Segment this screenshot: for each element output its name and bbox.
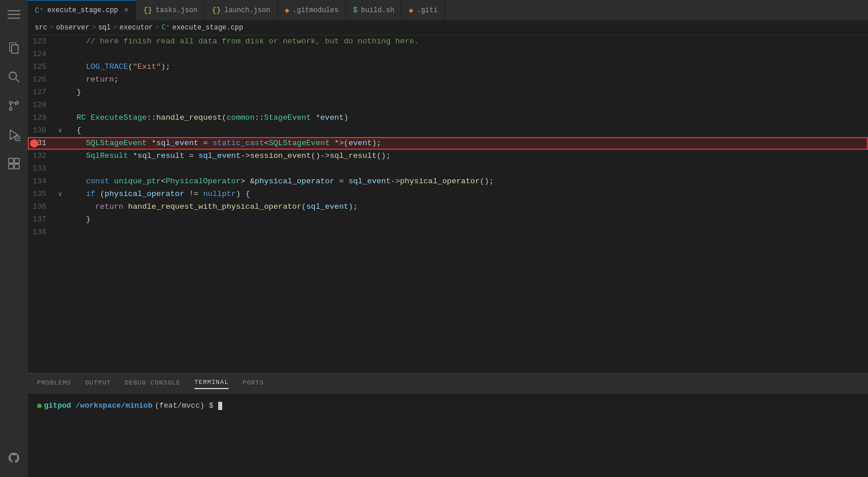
code-content-124 [65, 48, 868, 61]
line-num-135: 135 [28, 188, 56, 201]
code-line-131: 131 SQLStageEvent *sql_event = static_ca… [28, 137, 868, 150]
code-line-137: 137 } [28, 213, 868, 226]
code-content-136: return handle_request_with_physical_oper… [65, 201, 868, 213]
tab-launch-json[interactable]: {} launch.json [205, 0, 278, 20]
tab-execute-stage[interactable]: C⁺ execute_stage.cpp × [28, 0, 136, 20]
code-content-127: } [65, 86, 868, 99]
breadcrumb-file-icon: C⁺ [161, 23, 170, 32]
line-num-128: 128 [28, 99, 56, 112]
tab-build-sh[interactable]: $ build.sh [346, 0, 402, 20]
code-line-124: 124 [28, 48, 868, 61]
code-content-131: SQLStageEvent *sql_event = static_cast<S… [65, 137, 868, 150]
collapse-135[interactable]: ∨ [56, 188, 65, 201]
code-editor[interactable]: 123 // here finish read all data from di… [28, 35, 868, 373]
tab-gitmodules[interactable]: ◆ .gitmodules [278, 0, 346, 20]
source-control-icon[interactable] [4, 96, 24, 116]
line-num-134: 134 [28, 175, 56, 188]
tab-git2[interactable]: ◆ .giti [402, 0, 445, 20]
code-content-125: LOG_TRACE("Exit"); [65, 61, 868, 73]
code-line-129: 129 RC ExecuteStage::handle_request(comm… [28, 112, 868, 124]
panel-tab-problems[interactable]: PROBLEMS [37, 379, 71, 389]
tab-label: build.sh [361, 6, 395, 14]
code-lines: 123 // here finish read all data from di… [28, 35, 868, 239]
hamburger-icon[interactable] [4, 5, 24, 24]
svg-rect-15 [9, 158, 13, 163]
sh-file-icon: $ [353, 6, 358, 14]
svg-rect-17 [9, 164, 13, 169]
panel-tab-output[interactable]: OUTPUT [85, 379, 111, 389]
code-line-132: 132 SqlResult *sql_result = sql_event->s… [28, 150, 868, 162]
activity-bar [0, 0, 28, 477]
code-line-123: 123 // here finish read all data from di… [28, 35, 868, 48]
svg-line-7 [16, 79, 19, 83]
line-num-130: 130 [28, 124, 56, 137]
line-num-127: 127 [28, 86, 56, 99]
line-num-137: 137 [28, 213, 56, 226]
line-num-136: 136 [28, 201, 56, 213]
terminal-user: gitpod [44, 400, 71, 412]
extensions-icon[interactable] [4, 154, 24, 173]
main-area: C⁺ execute_stage.cpp × {} tasks.json {} … [28, 0, 868, 477]
svg-rect-1 [8, 14, 20, 15]
tab-tasks-json[interactable]: {} tasks.json [136, 0, 205, 20]
panel-tab-ports[interactable]: PORTS [242, 379, 264, 389]
breadcrumb-sql[interactable]: sql [98, 24, 111, 32]
terminal-branch: (feat/mvcc) $ [155, 400, 213, 412]
code-content-138 [65, 226, 868, 239]
github-icon[interactable] [4, 448, 24, 468]
line-num-123: 123 [28, 35, 56, 48]
panel-tab-terminal[interactable]: TERMINAL [194, 379, 229, 389]
code-line-130: 130 ∨ { [28, 124, 868, 137]
code-content-130: { [65, 124, 868, 137]
line-num-125: 125 [28, 61, 56, 73]
json-file-icon: {} [143, 6, 152, 14]
breadcrumb-filename[interactable]: execute_stage.cpp [172, 24, 243, 32]
svg-point-8 [9, 101, 12, 104]
code-content-128 [65, 99, 868, 112]
tab-bar: C⁺ execute_stage.cpp × {} tasks.json {} … [28, 0, 868, 20]
breadcrumb-observer[interactable]: observer [56, 24, 90, 32]
svg-rect-16 [14, 158, 19, 163]
breadcrumb-sep4: > [155, 24, 159, 32]
code-content-137: } [65, 213, 868, 226]
tab-close-button[interactable]: × [124, 6, 128, 14]
code-content-135: if (physical_operator != nullptr) { [65, 188, 868, 201]
files-icon[interactable] [4, 38, 24, 58]
code-line-125: 125 LOG_TRACE("Exit"); [28, 61, 868, 73]
breadcrumb-sep3: > [113, 24, 117, 32]
code-line-135: 135 ∨ if (physical_operator != nullptr) … [28, 188, 868, 201]
code-line-133: 133 [28, 162, 868, 175]
code-content-133 [65, 162, 868, 175]
terminal-path: /workspace/miniob [76, 400, 153, 412]
cpp-file-icon: C⁺ [35, 6, 44, 15]
svg-rect-2 [8, 18, 20, 19]
tab-label: launch.json [225, 6, 270, 14]
run-debug-icon[interactable] [4, 125, 24, 145]
line-num-138: 138 [28, 226, 56, 239]
code-content-134: const unique_ptr<PhysicalOperator> &phys… [65, 175, 868, 188]
code-line-138: 138 [28, 226, 868, 239]
terminal-status-dot [37, 404, 42, 408]
code-line-128: 128 [28, 99, 868, 112]
code-line-134: 134 const unique_ptr<PhysicalOperator> &… [28, 175, 868, 188]
terminal-line: gitpod /workspace/miniob (feat/mvcc) $ [37, 400, 859, 412]
line-num-129: 129 [28, 112, 56, 124]
line-num-124: 124 [28, 48, 56, 61]
json-file-icon2: {} [212, 6, 221, 14]
svg-rect-18 [14, 164, 19, 169]
code-content-132: SqlResult *sql_result = sql_event->sessi… [65, 150, 868, 162]
search-icon[interactable] [4, 67, 24, 87]
tab-label: execute_stage.cpp [47, 6, 118, 14]
code-line-136: 136 return handle_request_with_physical_… [28, 201, 868, 213]
tab-label: .giti [417, 6, 437, 14]
breakpoint-indicator[interactable] [30, 139, 38, 147]
line-num-132: 132 [28, 150, 56, 162]
code-content-123: // here finish read all data from disk o… [65, 35, 868, 48]
breadcrumb-executor[interactable]: executor [119, 24, 153, 32]
line-num-126: 126 [28, 73, 56, 86]
breadcrumb-src[interactable]: src [35, 24, 47, 32]
git-file-icon: ◆ [285, 6, 289, 15]
panel-tab-debug-console[interactable]: DEBUG CONSOLE [125, 379, 181, 389]
collapse-130[interactable]: ∨ [56, 124, 65, 137]
code-content-129: RC ExecuteStage::handle_request(common::… [65, 112, 868, 124]
